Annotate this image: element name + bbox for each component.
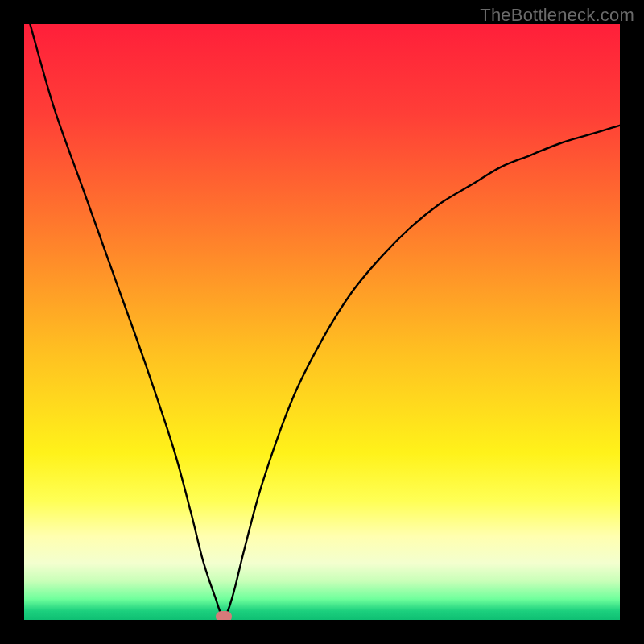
watermark-text: TheBottleneck.com xyxy=(480,5,634,26)
curve-layer xyxy=(24,24,620,620)
plot-area xyxy=(24,24,620,620)
chart-frame: TheBottleneck.com xyxy=(0,0,644,644)
bottleneck-curve xyxy=(30,24,620,617)
optimum-marker xyxy=(216,611,232,620)
